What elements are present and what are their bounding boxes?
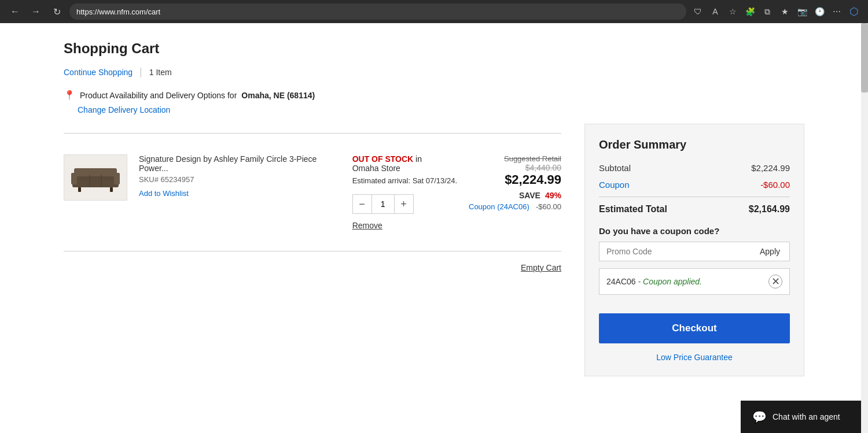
add-to-wishlist-link[interactable]: Add to Wishlist — [139, 189, 189, 198]
quantity-control: − + — [352, 194, 414, 214]
page-title: Shopping Cart — [64, 40, 804, 57]
quantity-input[interactable] — [372, 195, 395, 213]
shield-icon: 🛡 — [691, 5, 705, 18]
sku-value: 65234957 — [161, 175, 194, 184]
coupon-question: Do you have a coupon code? — [599, 226, 790, 236]
coupon-applied-row: 24AC06 - Coupon applied. ✕ — [599, 268, 790, 295]
subtotal-row: Subtotal $2,224.99 — [599, 163, 790, 173]
svg-rect-6 — [78, 187, 81, 192]
sku-label: SKU# — [139, 175, 159, 184]
retail-price: $4,440.00 — [469, 163, 561, 172]
coupon-applied-status: - Coupon applied. — [638, 277, 702, 286]
scrollbar-track[interactable] — [861, 23, 868, 394]
browser-view-icon: ⧉ — [760, 5, 774, 18]
header-divider: | — [139, 66, 142, 78]
estimated-total-row: Estimated Total $2,164.99 — [599, 204, 790, 214]
scrollbar-thumb[interactable] — [861, 23, 868, 92]
bottom-divider — [64, 251, 561, 251]
subtotal-label: Subtotal — [599, 163, 631, 173]
summary-divider — [599, 197, 790, 197]
coupon-applied-text: 24AC06 - Coupon applied. — [606, 277, 702, 286]
screenshots-icon: 📷 — [795, 5, 809, 18]
cart-item: Signature Design by Ashley Family Circle… — [64, 143, 561, 242]
product-image — [64, 154, 127, 201]
favorites-icon: ★ — [778, 5, 792, 18]
coupon-section: Do you have a coupon code? Apply 24AC06 … — [599, 226, 790, 295]
copilot-icon[interactable]: ⬡ — [847, 5, 861, 18]
summary-title: Order Summary — [599, 138, 790, 151]
empty-cart-button[interactable]: Empty Cart — [521, 263, 561, 272]
in-text: in — [415, 154, 422, 164]
increase-qty-button[interactable]: + — [395, 195, 413, 213]
more-icon[interactable]: ⋯ — [830, 5, 844, 18]
save-label: SAVE — [519, 191, 540, 200]
apply-button[interactable]: Apply — [751, 242, 790, 261]
cart-items: Signature Design by Ashley Family Circle… — [64, 124, 561, 272]
address-bar[interactable] — [69, 3, 686, 20]
extensions-icon: 🧩 — [743, 5, 757, 18]
coupon-summary-row: Coupon -$60.00 — [599, 180, 790, 190]
remove-item-button[interactable]: Remove — [352, 221, 382, 230]
font-icon: A — [708, 5, 722, 18]
svg-rect-7 — [110, 187, 113, 192]
main-content: Signature Design by Ashley Family Circle… — [64, 124, 804, 376]
subtotal-value: $2,224.99 — [751, 163, 790, 173]
estimated-total-label: Estimated Total — [599, 204, 667, 214]
promo-input-row: Apply — [599, 242, 790, 261]
order-summary: Order Summary Subtotal $2,224.99 Coupon … — [584, 124, 804, 376]
save-row: SAVE 49% — [469, 191, 561, 200]
remove-coupon-button[interactable]: ✕ — [768, 275, 782, 288]
low-price-guarantee-link[interactable]: Low Price Guarantee — [656, 353, 733, 362]
delivery-text: Product Availability and Delivery Option… — [80, 91, 237, 100]
continue-shopping-link[interactable]: Continue Shopping — [64, 68, 133, 77]
store-name: Omaha Store — [352, 164, 457, 173]
reload-button[interactable]: ↻ — [49, 3, 65, 20]
cart-header: Continue Shopping | 1 Item — [64, 66, 804, 78]
decrease-qty-button[interactable]: − — [353, 195, 372, 213]
delivery-location: Omaha, NE (68114) — [241, 91, 315, 100]
forward-button[interactable]: → — [28, 3, 44, 20]
svg-rect-2 — [71, 173, 77, 184]
empty-cart-section: Empty Cart — [64, 263, 561, 272]
item-name: Signature Design by Ashley Family Circle… — [139, 154, 341, 173]
item-count: 1 Item — [149, 68, 172, 77]
estimated-total-value: $2,164.99 — [749, 204, 790, 214]
pricing-info: Suggested Retail $4,440.00 $2,224.99 SAV… — [469, 154, 561, 211]
coupon-summary-label: Coupon — [599, 180, 630, 190]
back-button[interactable]: ← — [7, 3, 23, 20]
svg-rect-0 — [72, 175, 119, 187]
browser-chrome: ← → ↻ 🛡 A ☆ 🧩 ⧉ ★ 📷 🕐 ⋯ ⬡ — [0, 0, 868, 23]
coupon-code-highlight: 24AC06 — [606, 277, 636, 286]
current-price: $2,224.99 — [469, 172, 561, 187]
out-of-stock-label: OUT OF STOCK — [352, 154, 414, 164]
suggested-retail-label: Suggested Retail — [469, 154, 561, 163]
page-container: Shopping Cart Continue Shopping | 1 Item… — [29, 23, 839, 394]
coupon-summary-value: -$60.00 — [760, 180, 790, 190]
delivery-info: 📍 Product Availability and Delivery Opti… — [64, 90, 804, 101]
stock-info: OUT OF STOCK in Omaha Store Estimated ar… — [352, 154, 457, 230]
estimated-arrival: Estimated arrival: Sat 07/13/24. — [352, 176, 457, 185]
item-details: Signature Design by Ashley Family Circle… — [139, 154, 341, 198]
promo-code-input[interactable] — [599, 242, 751, 261]
svg-rect-3 — [114, 173, 120, 184]
checkout-button[interactable]: Checkout — [599, 313, 790, 343]
item-sku: SKU# 65234957 — [139, 175, 341, 184]
location-icon: 📍 — [64, 90, 75, 101]
star-icon: ☆ — [726, 5, 740, 18]
history-icon: 🕐 — [812, 5, 826, 18]
save-percent: 49% — [545, 191, 561, 200]
coupon-row: Coupon (24AC06) -$60.00 — [469, 202, 561, 211]
top-divider — [64, 133, 561, 134]
stock-status: OUT OF STOCK in — [352, 154, 457, 164]
coupon-code-label: Coupon (24AC06) — [469, 202, 529, 211]
svg-rect-1 — [74, 168, 117, 176]
change-delivery-link[interactable]: Change Delivery Location — [78, 105, 804, 114]
low-price-guarantee-section: Low Price Guarantee — [599, 353, 790, 362]
coupon-discount: -$60.00 — [536, 202, 561, 211]
